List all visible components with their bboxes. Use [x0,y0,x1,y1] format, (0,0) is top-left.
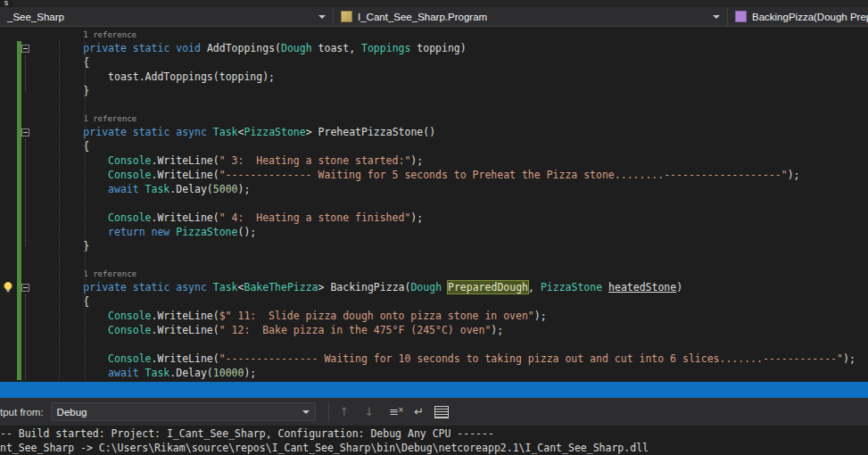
code-text: await Task.Delay(10000); [34,366,256,380]
code-line[interactable]: private static void AddToppings(Dough to… [0,41,868,55]
line-gutter [0,153,34,168]
line-gutter [0,352,34,366]
chevron-down-icon [302,410,310,414]
code-text: private static void AddToppings(Dough to… [34,41,467,55]
output-source-value: Debug [57,407,87,418]
line-gutter [0,196,34,211]
output-from-label: tput from: [0,407,44,418]
chevron-down-icon [713,15,720,19]
line-gutter [0,84,34,98]
project-dropdown-label: _See_Sharp [7,12,64,22]
code-text: Console.WriteLine(" 3: Heating a stone s… [34,153,423,168]
codelens-references-link[interactable]: 1 reference [34,112,136,125]
line-gutter [0,41,34,55]
output-source-dropdown[interactable]: Debug [51,402,316,421]
codelens-references-link[interactable]: 1 reference [34,29,136,41]
show-output-window-icon[interactable] [434,406,449,418]
code-line[interactable]: Console.WriteLine("--------------- Waiti… [0,352,868,366]
output-log[interactable]: -- Build started: Project: I_Cant_See_Sh… [0,426,868,455]
code-line[interactable]: Console.WriteLine(" 4: Heating a stone f… [0,211,868,225]
line-gutter [0,211,34,225]
code-text: private static async Task<BakeThePizza> … [34,280,682,294]
word-wrap-icon[interactable]: ↵ [409,403,429,421]
fold-collapse-box[interactable] [21,284,29,292]
project-dropdown[interactable]: _See_Sharp [0,7,334,26]
line-gutter [0,98,34,112]
method-icon [735,11,747,22]
codelens-line[interactable]: 1 reference [0,268,868,280]
code-text: Console.WriteLine("-------------- Waitin… [34,168,800,182]
code-text: { [34,55,89,70]
document-tab-partial[interactable]: s [0,0,12,7]
code-text: Console.WriteLine(" 12: Bake pizza in th… [34,323,503,337]
member-dropdown[interactable]: BackingPizza(Dough Prep [728,7,868,26]
line-gutter [0,294,34,309]
code-line[interactable]: private static async Task<BakeThePizza> … [0,280,868,294]
clear-x-icon: × [398,401,404,419]
line-gutter [0,268,34,280]
code-editor[interactable]: 1 referenceprivate static void AddToppin… [0,27,868,382]
toolbar-separator [328,403,329,421]
code-line[interactable]: Console.WriteLine(" 3: Heating a stone s… [0,153,868,168]
code-text: Console.WriteLine(" 4: Heating a stone f… [34,211,423,225]
code-line[interactable]: await Task.Delay(5000); [0,182,868,196]
code-line[interactable]: toast.AddToppings(topping); [0,70,868,84]
code-text: await Task.Delay(5000); [34,182,250,196]
fold-collapse-box[interactable] [21,128,29,136]
lightbulb-icon[interactable] [2,281,14,294]
code-lines: 1 referenceprivate static void AddToppin… [0,29,868,380]
line-gutter [0,182,34,196]
code-line[interactable]: return new PizzaStone(); [0,225,868,239]
code-line[interactable]: Console.WriteLine($" 11: Slide pizza dou… [0,309,868,323]
line-gutter [0,366,34,380]
blank-line [0,196,868,211]
code-line[interactable]: { [0,55,868,70]
output-panel-splitter[interactable] [0,382,868,398]
line-gutter [0,309,34,323]
codelens-references-link[interactable]: 1 reference [34,268,136,280]
previous-message-icon[interactable]: ↑ [335,403,354,421]
codelens-line[interactable]: 1 reference [0,29,868,41]
line-gutter [0,239,34,253]
code-text: toast.AddToppings(topping); [34,70,275,84]
line-gutter [0,139,34,153]
output-toolbar: tput from: Debug ↑ ↓ ≡× ↵ [0,398,868,426]
code-line[interactable]: } [0,239,868,253]
code-text: { [34,139,89,153]
clear-all-icon[interactable]: ≡× [384,403,404,421]
code-text: Console.WriteLine("--------------- Waiti… [34,352,856,366]
fold-collapse-box[interactable] [21,45,29,53]
chevron-down-icon [318,15,326,19]
blank-line [0,253,868,268]
code-line[interactable]: Console.WriteLine(" 12: Bake pizza in th… [0,323,868,337]
line-gutter [0,225,34,239]
document-tab-strip: s [0,0,868,7]
code-line[interactable]: { [0,139,868,153]
highlighted-symbol: PreparedDough [448,281,528,294]
line-gutter [0,29,34,41]
code-line[interactable]: Console.WriteLine("-------------- Waitin… [0,168,868,182]
next-message-icon[interactable]: ↓ [360,403,379,421]
code-line[interactable]: { [0,294,868,309]
line-gutter [0,168,34,182]
output-log-line: nt_See_Sharp -> C:\Users\Rikam\source\re… [0,441,868,455]
blank-line [0,98,868,112]
line-gutter [0,253,34,268]
code-line[interactable]: private static async Task<PizzaStone> Pr… [0,125,868,139]
line-gutter [0,112,34,125]
code-line[interactable]: await Task.Delay(10000); [0,366,868,380]
code-text: { [34,294,89,309]
code-text: private static async Task<PizzaStone> Pr… [34,125,435,139]
blank-line [0,337,868,352]
code-text: Console.WriteLine($" 11: Slide pizza dou… [34,309,547,323]
line-gutter [0,323,34,337]
code-text: return new PizzaStone(); [34,225,256,239]
visual-studio-window: s _See_Sharp I_Cant_See_Sharp.Program Ba… [0,0,868,455]
line-gutter [0,125,34,139]
codelens-line[interactable]: 1 reference [0,112,868,125]
type-dropdown[interactable]: I_Cant_See_Sharp.Program [334,7,728,26]
line-gutter [0,55,34,70]
line-gutter [0,280,34,294]
type-dropdown-label: I_Cant_See_Sharp.Program [358,12,487,22]
code-line[interactable]: } [0,84,868,98]
